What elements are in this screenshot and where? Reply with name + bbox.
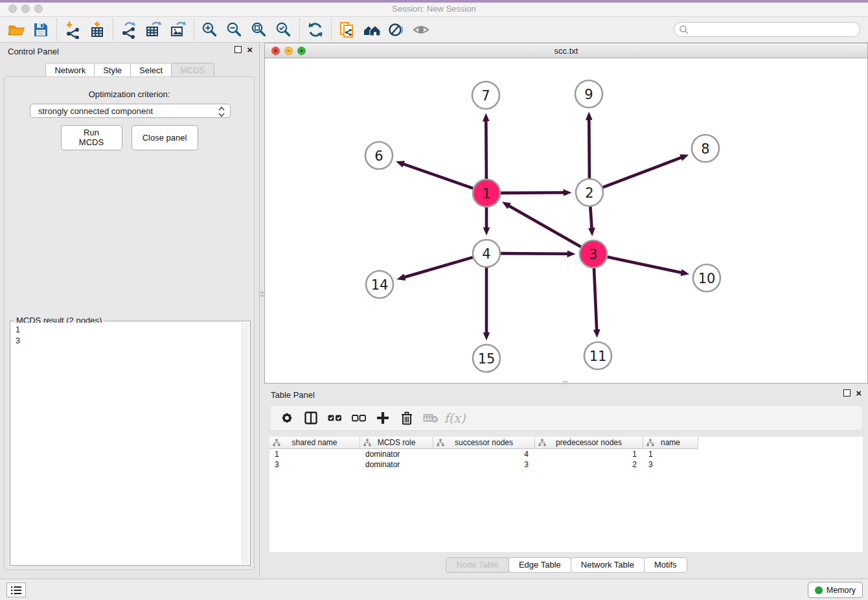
graph-node-label-8: 8 — [701, 141, 709, 157]
graph-node-label-6: 6 — [374, 148, 383, 164]
float-table-panel-icon[interactable] — [843, 389, 851, 397]
export-table-icon[interactable] — [141, 19, 166, 41]
import-network-icon[interactable] — [60, 19, 85, 41]
table-cell[interactable]: 3 — [643, 459, 698, 470]
settings-icon[interactable] — [278, 409, 296, 427]
table-row[interactable]: 1dominator411 — [269, 449, 863, 459]
tab-network-table[interactable]: Network Table — [571, 557, 645, 573]
panel-splitter-handle[interactable] — [260, 292, 264, 302]
table-cell[interactable]: dominator — [360, 459, 433, 470]
network-canvas[interactable]: 7968124314101511 — [265, 58, 867, 383]
control-panel: Control Panel NetworkStyleSelectMCDS Opt… — [0, 43, 260, 577]
delete-row-icon[interactable] — [398, 409, 416, 427]
criterion-select-value: strongly connected component — [38, 106, 153, 116]
toolbar-separator — [331, 19, 332, 41]
network-window-titlebar[interactable]: scc.txt — [265, 43, 867, 58]
graph-edge-4-3[interactable] — [501, 253, 567, 254]
table-panel-title: Table Panel — [271, 390, 315, 400]
canvas-splitter-handle[interactable] — [563, 381, 567, 384]
split-panel-icon[interactable] — [302, 409, 320, 427]
column-type-icon — [538, 439, 546, 448]
graph-node-label-2: 2 — [585, 185, 593, 201]
table-cell[interactable]: 3 — [269, 459, 360, 470]
graph-edge-3-10[interactable] — [608, 257, 681, 273]
zoom-in-icon[interactable] — [198, 19, 222, 41]
graph-edge-3-11[interactable] — [594, 268, 597, 330]
memory-button-label: Memory — [827, 586, 856, 595]
table-cell[interactable]: dominator — [360, 449, 433, 459]
fx-label: f(x) — [444, 411, 466, 425]
graph-node-label-7: 7 — [481, 88, 490, 104]
memory-status-icon — [815, 586, 823, 594]
zoom-out-icon[interactable] — [222, 19, 247, 41]
column-header-label: successor nodes — [455, 438, 513, 447]
export-image-icon[interactable] — [166, 19, 190, 41]
zoom-fit-icon[interactable] — [247, 19, 271, 41]
graph-edge-3-1[interactable] — [509, 206, 581, 247]
graph-edge-2-9[interactable] — [589, 120, 589, 178]
table-row[interactable]: 3dominator323 — [269, 459, 863, 470]
close-table-panel-icon[interactable] — [856, 389, 862, 397]
graph-edge-4-14[interactable] — [404, 257, 473, 277]
column-type-icon — [437, 439, 444, 448]
search-input[interactable] — [674, 22, 860, 37]
run-mcds-button[interactable]: Run MCDS — [61, 125, 122, 150]
graph-node-label-4: 4 — [482, 246, 490, 262]
graph-node-label-11: 11 — [589, 349, 607, 364]
column-header-label: shared name — [291, 438, 337, 447]
column-header-label: name — [661, 438, 680, 447]
close-panel-icon[interactable] — [247, 46, 253, 53]
column-header-name[interactable]: name — [643, 437, 698, 449]
column-header-predecessor-nodes[interactable]: predecessor nodes — [535, 437, 643, 449]
table-cell[interactable]: 2 — [535, 459, 643, 470]
column-type-icon — [273, 439, 280, 448]
graph-edge-2-8[interactable] — [603, 157, 681, 187]
float-panel-icon[interactable] — [234, 46, 242, 53]
graph-edge-2-3[interactable] — [590, 207, 591, 228]
show-hide-panel-icon[interactable] — [409, 19, 433, 41]
table-cell[interactable]: 1 — [269, 449, 360, 459]
add-row-icon[interactable] — [374, 409, 392, 427]
memory-button[interactable]: Memory — [808, 582, 863, 598]
criterion-select[interactable]: strongly connected component — [30, 104, 231, 118]
tab-node-table[interactable]: Node Table — [446, 557, 509, 573]
graph-node-label-14: 14 — [371, 277, 389, 293]
close-panel-button[interactable]: Close panel — [131, 125, 198, 150]
graph-node-label-15: 15 — [478, 351, 496, 367]
task-history-button[interactable] — [6, 583, 26, 597]
tab-motifs[interactable]: Motifs — [644, 557, 687, 573]
tab-edge-table[interactable]: Edge Table — [508, 557, 571, 573]
hide-graphics-details-icon[interactable] — [384, 19, 409, 41]
column-header-successor-nodes[interactable]: successor nodes — [433, 437, 535, 449]
column-header-MCDS-role[interactable]: MCDS role — [360, 437, 433, 449]
apply-layout-icon[interactable] — [303, 19, 328, 41]
table-cell[interactable]: 1 — [535, 449, 643, 459]
result-scrollbar[interactable] — [242, 323, 249, 564]
mcds-tab-content: Optimization criterion: strongly connect… — [4, 76, 255, 570]
graph-edge-1-6[interactable] — [404, 164, 473, 189]
import-table-icon[interactable] — [85, 19, 109, 41]
deselect-all-icon[interactable] — [350, 409, 368, 427]
statusbar: Memory — [0, 579, 868, 600]
delete-table-icon[interactable] — [422, 409, 440, 427]
graph-edge-1-7[interactable] — [486, 121, 486, 179]
function-builder-icon[interactable]: f(x) — [446, 409, 464, 427]
clone-network-icon[interactable] — [335, 19, 360, 41]
graph-edge-1-2[interactable] — [501, 192, 564, 193]
save-session-icon[interactable] — [29, 19, 53, 41]
open-session-icon[interactable] — [4, 19, 29, 41]
network-graph[interactable]: 7968124314101511 — [265, 58, 867, 383]
select-all-icon[interactable] — [326, 409, 344, 427]
table-cell[interactable]: 1 — [643, 449, 698, 459]
graph-node-label-3: 3 — [589, 247, 597, 262]
table-cell[interactable]: 4 — [433, 449, 535, 459]
zoom-selected-icon[interactable] — [271, 19, 296, 41]
home-view-icon[interactable] — [360, 19, 384, 41]
column-header-shared-name[interactable]: shared name — [269, 437, 360, 449]
table-tabs: Node TableEdge TableNetwork TableMotifs — [264, 557, 868, 573]
mcds-result-list[interactable]: 13 — [12, 323, 249, 564]
network-view-title: scc.txt — [265, 46, 867, 56]
table-cell[interactable]: 3 — [433, 459, 535, 470]
export-network-icon[interactable] — [117, 19, 141, 41]
node-table[interactable]: shared nameMCDS rolesuccessor nodesprede… — [269, 437, 863, 552]
